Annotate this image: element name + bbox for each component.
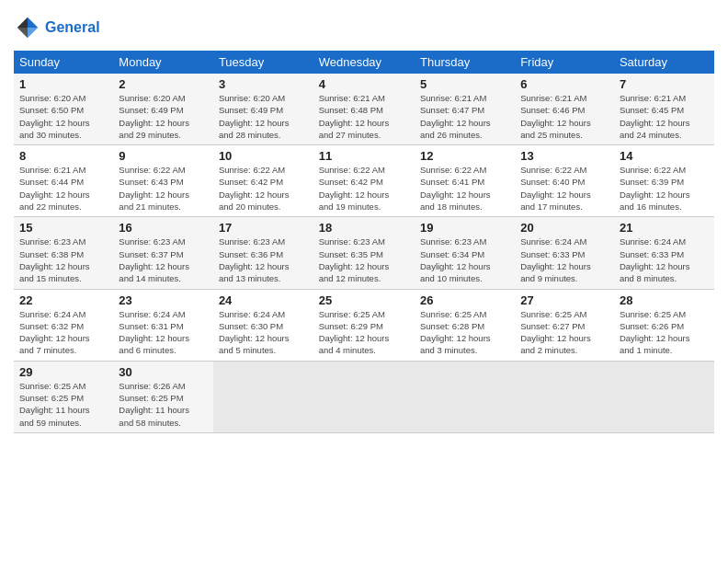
day-number: 4 (319, 77, 409, 91)
day-number: 24 (219, 293, 308, 307)
day-number: 22 (19, 293, 108, 307)
day-info: Sunrise: 6:25 AM Sunset: 6:27 PM Dayligh… (520, 308, 609, 357)
day-info: Sunrise: 6:20 AM Sunset: 6:49 PM Dayligh… (219, 92, 308, 141)
calendar-day-header: Tuesday (213, 51, 313, 74)
day-info: Sunrise: 6:21 AM Sunset: 6:44 PM Dayligh… (19, 164, 108, 213)
day-number: 29 (19, 365, 108, 379)
calendar-header-row: SundayMondayTuesdayWednesdayThursdayFrid… (14, 51, 714, 74)
calendar-day-cell: 24Sunrise: 6:24 AM Sunset: 6:30 PM Dayli… (213, 289, 313, 361)
calendar-day-cell: 6Sunrise: 6:21 AM Sunset: 6:46 PM Daylig… (515, 74, 614, 145)
calendar-day-cell (614, 361, 714, 432)
main-container: General SundayMondayTuesdayWednesdayThur… (0, 0, 728, 442)
day-info: Sunrise: 6:24 AM Sunset: 6:32 PM Dayligh… (19, 308, 108, 357)
day-number: 10 (219, 149, 308, 163)
day-info: Sunrise: 6:24 AM Sunset: 6:33 PM Dayligh… (520, 236, 609, 284)
day-info: Sunrise: 6:24 AM Sunset: 6:33 PM Dayligh… (620, 236, 709, 284)
calendar-day-cell: 9Sunrise: 6:22 AM Sunset: 6:43 PM Daylig… (113, 145, 213, 217)
day-info: Sunrise: 6:23 AM Sunset: 6:36 PM Dayligh… (219, 236, 308, 284)
calendar-week-row: 1Sunrise: 6:20 AM Sunset: 6:50 PM Daylig… (14, 74, 714, 145)
calendar-day-cell: 21Sunrise: 6:24 AM Sunset: 6:33 PM Dayli… (614, 217, 714, 289)
calendar-week-row: 8Sunrise: 6:21 AM Sunset: 6:44 PM Daylig… (14, 145, 714, 217)
day-info: Sunrise: 6:21 AM Sunset: 6:48 PM Dayligh… (319, 92, 409, 141)
calendar-day-cell: 25Sunrise: 6:25 AM Sunset: 6:29 PM Dayli… (313, 289, 415, 361)
svg-marker-1 (28, 28, 38, 38)
day-number: 23 (119, 293, 208, 307)
calendar-day-cell: 3Sunrise: 6:20 AM Sunset: 6:49 PM Daylig… (213, 74, 313, 145)
day-info: Sunrise: 6:22 AM Sunset: 6:39 PM Dayligh… (620, 164, 709, 213)
calendar-day-cell (515, 361, 614, 432)
day-info: Sunrise: 6:22 AM Sunset: 6:43 PM Dayligh… (119, 164, 208, 213)
logo-icon (14, 14, 41, 41)
day-number: 9 (119, 149, 208, 163)
day-number: 5 (420, 77, 509, 91)
calendar-day-cell: 27Sunrise: 6:25 AM Sunset: 6:27 PM Dayli… (515, 289, 614, 361)
day-number: 11 (319, 149, 409, 163)
day-info: Sunrise: 6:24 AM Sunset: 6:31 PM Dayligh… (119, 308, 208, 357)
calendar-day-header: Sunday (14, 51, 113, 74)
calendar-day-cell: 11Sunrise: 6:22 AM Sunset: 6:42 PM Dayli… (313, 145, 415, 217)
calendar-day-header: Monday (113, 51, 213, 74)
day-number: 15 (19, 221, 108, 235)
day-number: 17 (219, 221, 308, 235)
day-number: 30 (119, 365, 208, 379)
header: General (14, 14, 714, 41)
day-info: Sunrise: 6:20 AM Sunset: 6:50 PM Dayligh… (19, 92, 108, 141)
day-info: Sunrise: 6:20 AM Sunset: 6:49 PM Dayligh… (119, 92, 208, 141)
day-info: Sunrise: 6:25 AM Sunset: 6:29 PM Dayligh… (319, 308, 409, 357)
calendar-day-cell: 15Sunrise: 6:23 AM Sunset: 6:38 PM Dayli… (14, 217, 113, 289)
calendar-day-header: Thursday (415, 51, 515, 74)
day-info: Sunrise: 6:25 AM Sunset: 6:25 PM Dayligh… (19, 380, 108, 429)
calendar-day-cell: 5Sunrise: 6:21 AM Sunset: 6:47 PM Daylig… (415, 74, 515, 145)
calendar-day-header: Saturday (614, 51, 714, 74)
calendar-day-cell: 29Sunrise: 6:25 AM Sunset: 6:25 PM Dayli… (14, 361, 113, 432)
day-number: 8 (19, 149, 108, 163)
calendar-day-cell: 1Sunrise: 6:20 AM Sunset: 6:50 PM Daylig… (14, 74, 113, 145)
day-info: Sunrise: 6:21 AM Sunset: 6:45 PM Dayligh… (620, 92, 709, 141)
calendar-day-cell: 17Sunrise: 6:23 AM Sunset: 6:36 PM Dayli… (213, 217, 313, 289)
day-info: Sunrise: 6:21 AM Sunset: 6:47 PM Dayligh… (420, 92, 509, 141)
day-number: 28 (620, 293, 709, 307)
day-number: 26 (420, 293, 509, 307)
calendar-day-cell: 16Sunrise: 6:23 AM Sunset: 6:37 PM Dayli… (113, 217, 213, 289)
day-number: 18 (319, 221, 409, 235)
day-number: 7 (620, 77, 709, 91)
day-info: Sunrise: 6:22 AM Sunset: 6:41 PM Dayligh… (420, 164, 509, 213)
calendar-day-cell (213, 361, 313, 432)
svg-marker-0 (28, 17, 38, 28)
calendar-week-row: 22Sunrise: 6:24 AM Sunset: 6:32 PM Dayli… (14, 289, 714, 361)
day-info: Sunrise: 6:23 AM Sunset: 6:34 PM Dayligh… (420, 236, 509, 284)
day-number: 1 (19, 77, 108, 91)
calendar-day-cell (415, 361, 515, 432)
day-info: Sunrise: 6:25 AM Sunset: 6:28 PM Dayligh… (420, 308, 509, 357)
calendar-day-cell: 23Sunrise: 6:24 AM Sunset: 6:31 PM Dayli… (113, 289, 213, 361)
calendar-day-cell: 4Sunrise: 6:21 AM Sunset: 6:48 PM Daylig… (313, 74, 415, 145)
day-number: 19 (420, 221, 509, 235)
day-info: Sunrise: 6:23 AM Sunset: 6:37 PM Dayligh… (119, 236, 208, 284)
calendar-day-cell: 13Sunrise: 6:22 AM Sunset: 6:40 PM Dayli… (515, 145, 614, 217)
logo: General (14, 14, 100, 41)
calendar-day-cell (313, 361, 415, 432)
day-number: 21 (620, 221, 709, 235)
calendar-day-cell: 14Sunrise: 6:22 AM Sunset: 6:39 PM Dayli… (614, 145, 714, 217)
day-number: 16 (119, 221, 208, 235)
day-number: 2 (119, 77, 208, 91)
day-number: 25 (319, 293, 409, 307)
day-number: 6 (520, 77, 609, 91)
calendar-day-cell: 30Sunrise: 6:26 AM Sunset: 6:25 PM Dayli… (113, 361, 213, 432)
day-number: 20 (520, 221, 609, 235)
calendar-day-cell: 7Sunrise: 6:21 AM Sunset: 6:45 PM Daylig… (614, 74, 714, 145)
calendar-day-cell: 20Sunrise: 6:24 AM Sunset: 6:33 PM Dayli… (515, 217, 614, 289)
day-number: 14 (620, 149, 709, 163)
calendar-day-cell: 22Sunrise: 6:24 AM Sunset: 6:32 PM Dayli… (14, 289, 113, 361)
day-info: Sunrise: 6:22 AM Sunset: 6:42 PM Dayligh… (219, 164, 308, 213)
calendar-day-cell: 2Sunrise: 6:20 AM Sunset: 6:49 PM Daylig… (113, 74, 213, 145)
day-info: Sunrise: 6:24 AM Sunset: 6:30 PM Dayligh… (219, 308, 308, 357)
day-info: Sunrise: 6:25 AM Sunset: 6:26 PM Dayligh… (620, 308, 709, 357)
svg-marker-3 (17, 28, 28, 38)
calendar-day-cell: 18Sunrise: 6:23 AM Sunset: 6:35 PM Dayli… (313, 217, 415, 289)
day-info: Sunrise: 6:26 AM Sunset: 6:25 PM Dayligh… (119, 380, 208, 429)
calendar-day-cell: 26Sunrise: 6:25 AM Sunset: 6:28 PM Dayli… (415, 289, 515, 361)
day-number: 27 (520, 293, 609, 307)
day-info: Sunrise: 6:23 AM Sunset: 6:35 PM Dayligh… (319, 236, 409, 284)
day-info: Sunrise: 6:21 AM Sunset: 6:46 PM Dayligh… (520, 92, 609, 141)
